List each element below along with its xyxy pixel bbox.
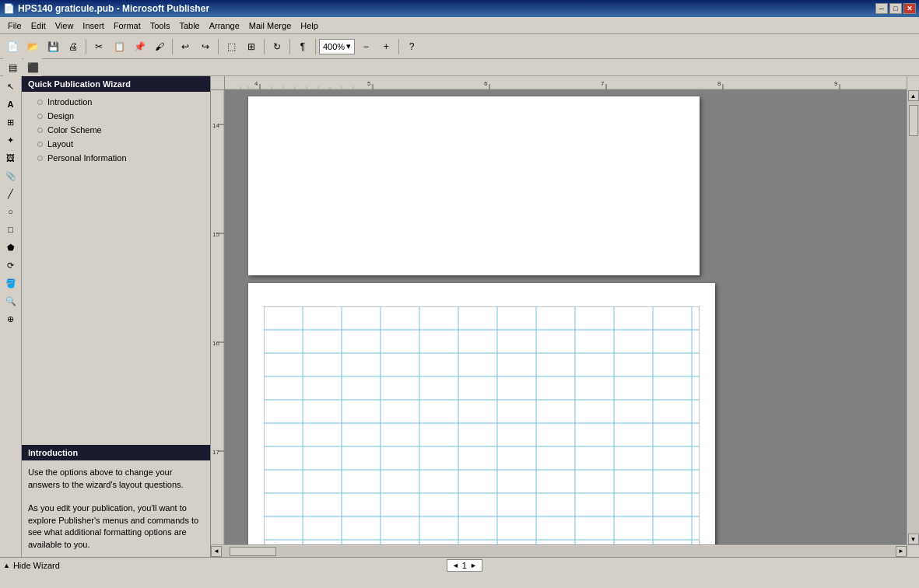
refresh-button[interactable]: ↻ xyxy=(268,37,286,56)
main-area: ↖ A ⊞ ✦ 🖼 📎 ╱ ○ □ ⬟ ⟳ 🪣 🔍 ⊕ Quick Public… xyxy=(0,76,919,557)
oval-tool[interactable]: ○ xyxy=(2,203,19,220)
page-nav: ◄ 1 ► xyxy=(447,559,482,572)
fill-tool[interactable]: 🪣 xyxy=(2,275,19,292)
print-button[interactable]: 🖨 xyxy=(64,37,82,56)
svg-rect-32 xyxy=(264,306,700,544)
paste-button[interactable]: 📌 xyxy=(130,37,149,56)
sep3 xyxy=(218,39,219,54)
zoom-dropdown-icon[interactable]: ▾ xyxy=(346,41,351,51)
ruler-top: 4 5 6 7 8 9 xyxy=(225,76,907,90)
svg-text:4: 4 xyxy=(254,80,258,87)
copy2-button[interactable]: ⊞ xyxy=(242,37,261,56)
menu-help[interactable]: Help xyxy=(296,19,323,32)
hide-wizard-label[interactable]: Hide Wizard xyxy=(13,561,60,570)
menu-tools[interactable]: Tools xyxy=(146,19,175,32)
grid-svg xyxy=(264,306,700,544)
ruler-left: 14 15 16 17 xyxy=(211,90,225,544)
table-tool[interactable]: ⊞ xyxy=(2,114,19,131)
vscroll-up[interactable]: ▲ xyxy=(908,90,919,101)
menu-mailmerge[interactable]: Mail Merge xyxy=(244,19,296,32)
page-top xyxy=(248,96,700,275)
wizard-item-colorscheme[interactable]: Color Scheme xyxy=(22,123,210,137)
menu-insert[interactable]: Insert xyxy=(78,19,109,32)
format-btn1[interactable]: ▤ xyxy=(3,58,22,77)
close-button[interactable]: ✕ xyxy=(903,3,916,14)
new-button[interactable]: 📄 xyxy=(3,37,22,56)
menu-edit[interactable]: Edit xyxy=(26,19,51,32)
text-tool[interactable]: A xyxy=(2,96,19,113)
paragraph-button[interactable]: ¶ xyxy=(293,37,312,56)
zoom-plus-button[interactable]: + xyxy=(377,37,395,56)
line-tool[interactable]: ╱ xyxy=(2,185,19,202)
ruler-top-svg: 4 5 6 7 8 9 xyxy=(225,76,907,90)
format-painter[interactable]: 🖌 xyxy=(150,37,169,56)
canvas-body: 14 15 16 17 xyxy=(211,90,919,544)
wizard-item-design[interactable]: Design xyxy=(22,109,210,123)
menu-table[interactable]: Table xyxy=(174,19,204,32)
maximize-button[interactable]: □ xyxy=(889,3,902,14)
hscroll-track[interactable] xyxy=(222,546,896,557)
extra-tool[interactable]: ⊕ xyxy=(2,310,19,327)
clip-tool[interactable]: 📎 xyxy=(2,167,19,184)
intro-panel: Introduction Use the options above to ch… xyxy=(22,445,210,557)
zoom-tool[interactable]: 🔍 xyxy=(2,292,19,310)
grid-table xyxy=(264,306,700,544)
hscroll-right[interactable]: ► xyxy=(896,546,907,557)
bullet-personalinfo xyxy=(37,156,43,161)
open-button[interactable]: 📂 xyxy=(23,37,42,56)
hide-wizard-section: ▲ Hide Wizard xyxy=(3,561,60,570)
svg-text:7: 7 xyxy=(601,80,605,87)
rotate-tool[interactable]: ⟳ xyxy=(2,257,19,274)
vscroll-track[interactable] xyxy=(908,101,919,534)
hscroll-thumb[interactable] xyxy=(230,547,276,556)
zoom-control[interactable]: 400% ▾ xyxy=(319,39,355,54)
move-button[interactable]: ⬚ xyxy=(222,37,240,56)
scrollbar-resize[interactable] xyxy=(907,545,919,558)
tool-panel: ↖ A ⊞ ✦ 🖼 📎 ╱ ○ □ ⬟ ⟳ 🪣 🔍 ⊕ xyxy=(0,76,22,557)
cut-button[interactable]: ✂ xyxy=(89,37,108,56)
menu-format[interactable]: Format xyxy=(109,19,146,32)
vertical-scrollbar[interactable]: ▲ ▼ xyxy=(907,90,919,544)
minimize-button[interactable]: ─ xyxy=(875,3,888,14)
hide-wizard-arrow: ▲ xyxy=(3,562,10,569)
svg-text:8: 8 xyxy=(717,80,721,87)
picture-tool[interactable]: 🖼 xyxy=(2,149,19,166)
sep6 xyxy=(315,39,316,54)
page-nav-next[interactable]: ► xyxy=(470,562,477,569)
bullet-layout xyxy=(37,142,43,147)
select-tool[interactable]: ↖ xyxy=(2,78,19,95)
page-canvas[interactable] xyxy=(225,90,907,544)
vscroll-down[interactable]: ▼ xyxy=(908,534,919,544)
menu-view[interactable]: View xyxy=(51,19,79,32)
menubar: File Edit View Insert Format Tools Table… xyxy=(0,17,919,34)
menu-arrange[interactable]: Arrange xyxy=(205,19,244,32)
wizard-panel: Quick Publication Wizard Introduction De… xyxy=(22,76,210,439)
format-btn2[interactable]: ⬛ xyxy=(23,58,42,77)
page-nav-prev[interactable]: ◄ xyxy=(452,562,459,569)
hscroll-left[interactable]: ◄ xyxy=(211,546,222,557)
wizard-item-layout[interactable]: Layout xyxy=(22,137,210,151)
wizard-item-personalinfo[interactable]: Personal Information xyxy=(22,151,210,165)
wizard-item-label-layout: Layout xyxy=(47,139,73,149)
redo-button[interactable]: ↪ xyxy=(196,37,215,56)
wizard-item-label-design: Design xyxy=(47,111,74,121)
undo-button[interactable]: ↩ xyxy=(176,37,195,56)
intro-text-2: As you edit your publication, you'll wan… xyxy=(28,502,204,551)
vscroll-thumb[interactable] xyxy=(909,105,918,136)
custom-shape-tool[interactable]: ⬟ xyxy=(2,239,19,256)
wizard-item-introduction[interactable]: Introduction xyxy=(22,95,210,109)
titlebar-left: 📄 HPS140 graticule.pub - Microsoft Publi… xyxy=(3,3,209,14)
copy-button[interactable]: 📋 xyxy=(110,37,128,56)
help-button[interactable]: ? xyxy=(402,37,421,56)
formatting-toolbar: ▤ ⬛ xyxy=(0,59,919,76)
save-button[interactable]: 💾 xyxy=(44,37,62,56)
rect-tool[interactable]: □ xyxy=(2,221,19,238)
scrollbar-corner xyxy=(907,76,919,90)
zoom-minus-button[interactable]: − xyxy=(356,37,375,56)
svg-text:9: 9 xyxy=(834,80,838,87)
svg-text:16: 16 xyxy=(212,340,219,347)
ruler-top-row: 4 5 6 7 8 9 xyxy=(211,76,919,90)
menu-file[interactable]: File xyxy=(3,19,26,32)
wizard-tool[interactable]: ✦ xyxy=(2,131,19,149)
svg-text:17: 17 xyxy=(212,449,219,456)
